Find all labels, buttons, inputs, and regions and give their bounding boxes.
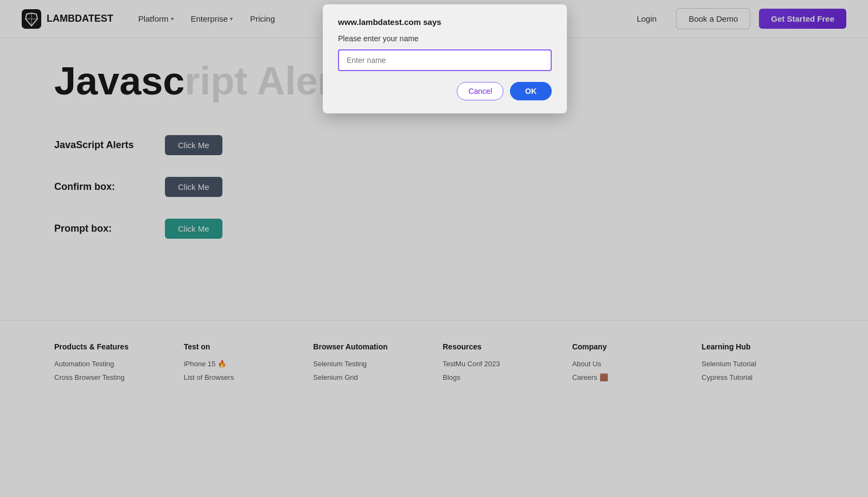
dialog-ok-button[interactable]: OK: [510, 82, 552, 100]
dialog-name-input[interactable]: [338, 49, 552, 71]
dialog-overlay: www.lambdatest.com says Please enter you…: [0, 0, 868, 409]
dialog-actions: Cancel OK: [338, 82, 552, 100]
dialog-message: Please enter your name: [338, 34, 552, 43]
dialog-origin: www.lambdatest.com says: [338, 17, 552, 27]
dialog-cancel-button[interactable]: Cancel: [457, 82, 503, 100]
dialog-box: www.lambdatest.com says Please enter you…: [323, 4, 567, 113]
